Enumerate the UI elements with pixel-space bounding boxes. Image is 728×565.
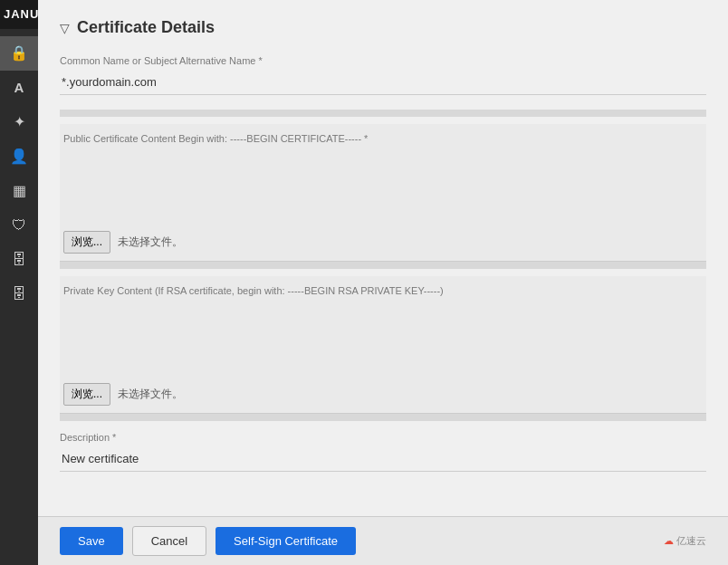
private-key-label: Private Key Content (If RSA certificate,… (60, 285, 706, 296)
sidebar-item-star[interactable]: ✦ (0, 105, 38, 139)
self-sign-certificate-button[interactable]: Self-Sign Certificate (216, 527, 356, 555)
user-icon: 👤 (10, 148, 28, 165)
private-key-file-button[interactable]: 浏览... (63, 383, 110, 406)
public-cert-section: Public Certificate Content Begin with: -… (60, 124, 706, 262)
sidebar-item-text[interactable]: A (0, 71, 38, 105)
description-label: Description * (60, 432, 706, 443)
public-cert-textarea[interactable] (60, 148, 706, 225)
public-cert-file-label: 未选择文件。 (118, 235, 183, 250)
divider-1 (60, 110, 706, 117)
sidebar-item-db1[interactable]: 🗄 (0, 243, 38, 277)
divider-3 (60, 414, 706, 421)
chevron-down-icon: ▽ (60, 21, 70, 35)
watermark: ☁ 亿速云 (664, 534, 706, 548)
bottom-bar: Save Cancel Self-Sign Certificate ☁ 亿速云 (38, 516, 728, 565)
watermark-text: 亿速云 (676, 534, 706, 548)
grid-icon: ▦ (13, 182, 26, 199)
save-button[interactable]: Save (60, 527, 123, 555)
public-cert-label: Public Certificate Content Begin with: -… (60, 133, 706, 144)
private-key-file-label: 未选择文件。 (118, 387, 183, 402)
divider-2 (60, 262, 706, 269)
sidebar-item-grid[interactable]: ▦ (0, 174, 38, 208)
sidebar-logo: JANUSEC (0, 0, 38, 29)
sidebar-item-shield[interactable]: 🛡 (0, 208, 38, 243)
description-input[interactable] (60, 446, 706, 472)
db2-icon: 🗄 (12, 286, 26, 302)
cloud-icon: ☁ (664, 535, 674, 547)
public-cert-file-row: 浏览... 未选择文件。 (60, 225, 706, 261)
main-content: ▽ Certificate Details Common Name or Sub… (38, 0, 728, 565)
page-content: ▽ Certificate Details Common Name or Sub… (38, 0, 728, 516)
shield-icon: 🛡 (12, 217, 26, 234)
private-key-textarea[interactable] (60, 300, 706, 378)
text-icon: A (14, 80, 24, 95)
section-title: Certificate Details (77, 18, 215, 37)
sidebar-item-lock[interactable]: 🔒 (0, 36, 38, 71)
common-name-label: Common Name or Subject Alternative Name … (60, 55, 706, 66)
sidebar-item-db2[interactable]: 🗄 (0, 277, 38, 311)
common-name-input[interactable] (60, 70, 706, 95)
description-group: Description * (60, 432, 706, 472)
private-key-section: Private Key Content (If RSA certificate,… (60, 276, 706, 414)
section-header: ▽ Certificate Details (60, 18, 706, 37)
sidebar: JANUSEC 🔒 A ✦ 👤 ▦ 🛡 🗄 🗄 (0, 0, 38, 565)
star-icon: ✦ (14, 113, 25, 130)
public-cert-file-button[interactable]: 浏览... (63, 231, 110, 254)
sidebar-item-user[interactable]: 👤 (0, 139, 38, 174)
private-key-file-row: 浏览... 未选择文件。 (60, 378, 706, 413)
cancel-button[interactable]: Cancel (132, 526, 206, 556)
db1-icon: 🗄 (12, 252, 26, 268)
lock-icon: 🔒 (10, 44, 28, 62)
common-name-group: Common Name or Subject Alternative Name … (60, 55, 706, 95)
